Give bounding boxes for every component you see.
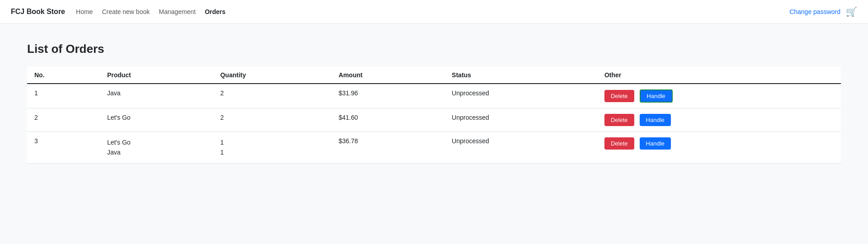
col-header-other: Other xyxy=(597,67,841,84)
col-header-no: No. xyxy=(27,67,100,84)
cell-no: 2 xyxy=(27,108,100,132)
col-header-product: Product xyxy=(100,67,213,84)
action-buttons: Delete Handle xyxy=(604,137,834,150)
cell-product-multiline: Let's Go Java xyxy=(107,137,206,158)
cell-product: Java xyxy=(100,84,213,108)
cell-other: Delete Handle xyxy=(597,84,841,108)
table-body: 1 Java 2 $31.96 Unprocessed Delete Handl… xyxy=(27,84,841,163)
nav-home[interactable]: Home xyxy=(76,8,93,15)
table-header: No. Product Quantity Amount Status Other xyxy=(27,67,841,84)
col-header-amount: Amount xyxy=(331,67,444,84)
delete-button[interactable]: Delete xyxy=(604,114,634,126)
qty-line-1: 1 xyxy=(220,139,224,146)
navbar-brand: FCJ Book Store xyxy=(11,8,65,16)
table-row: 3 Let's Go Java 1 1 $36.78 Unprocessed xyxy=(27,132,841,164)
product-line-2: Java xyxy=(107,149,121,156)
main-content: List of Orders No. Product Quantity Amou… xyxy=(0,24,868,182)
cell-product: Let's Go Java xyxy=(100,132,213,164)
nav-management[interactable]: Management xyxy=(159,8,196,15)
change-password-link[interactable]: Change password xyxy=(789,8,840,15)
cell-quantity-multiline: 1 1 xyxy=(220,137,324,158)
orders-table: No. Product Quantity Amount Status Other… xyxy=(27,67,841,164)
cart-icon[interactable]: 🛒 xyxy=(846,6,857,17)
col-header-status: Status xyxy=(444,67,597,84)
table-row: 1 Java 2 $31.96 Unprocessed Delete Handl… xyxy=(27,84,841,108)
cell-no: 3 xyxy=(27,132,100,164)
cell-amount: $41.60 xyxy=(331,108,444,132)
cell-quantity: 1 1 xyxy=(213,132,331,164)
cell-no: 1 xyxy=(27,84,100,108)
navbar: FCJ Book Store Home Create new book Mana… xyxy=(0,0,868,24)
cell-status: Unprocessed xyxy=(444,132,597,164)
delete-button[interactable]: Delete xyxy=(604,137,634,150)
cell-other: Delete Handle xyxy=(597,132,841,164)
col-header-quantity: Quantity xyxy=(213,67,331,84)
page-title: List of Orders xyxy=(27,42,841,56)
action-buttons: Delete Handle xyxy=(604,114,834,126)
cell-amount: $36.78 xyxy=(331,132,444,164)
navbar-left: FCJ Book Store Home Create new book Mana… xyxy=(11,8,226,16)
handle-button[interactable]: Handle xyxy=(640,89,673,103)
navbar-links: Home Create new book Management Orders xyxy=(76,8,226,15)
table-row: 2 Let's Go 2 $41.60 Unprocessed Delete H… xyxy=(27,108,841,132)
cell-product: Let's Go xyxy=(100,108,213,132)
cell-other: Delete Handle xyxy=(597,108,841,132)
cell-quantity: 2 xyxy=(213,84,331,108)
handle-button[interactable]: Handle xyxy=(640,114,671,126)
handle-button[interactable]: Handle xyxy=(640,137,671,150)
qty-line-2: 1 xyxy=(220,149,224,156)
cell-amount: $31.96 xyxy=(331,84,444,108)
product-line-1: Let's Go xyxy=(107,139,131,146)
action-buttons: Delete Handle xyxy=(604,89,834,103)
navbar-right: Change password 🛒 xyxy=(789,6,857,17)
nav-create-book[interactable]: Create new book xyxy=(102,8,150,15)
cell-quantity: 2 xyxy=(213,108,331,132)
nav-orders[interactable]: Orders xyxy=(205,8,226,15)
cell-status: Unprocessed xyxy=(444,84,597,108)
cell-status: Unprocessed xyxy=(444,108,597,132)
delete-button[interactable]: Delete xyxy=(604,90,634,102)
